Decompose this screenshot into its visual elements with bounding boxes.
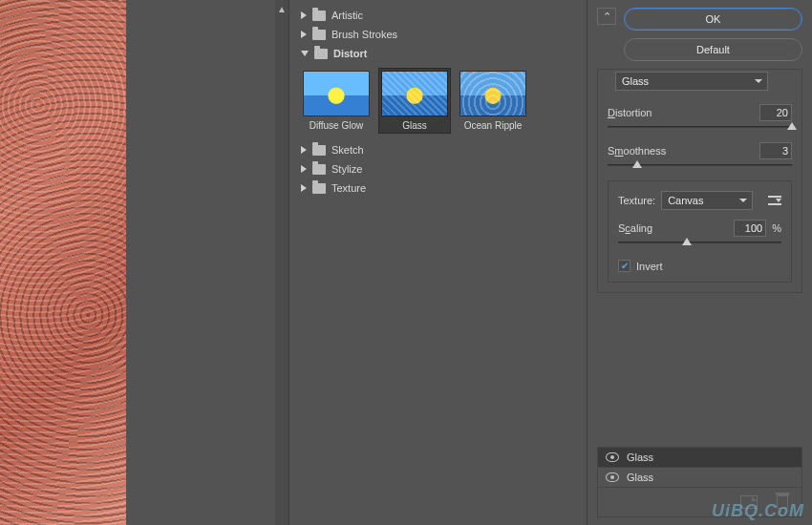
collapse-icon: ⌃ <box>603 10 611 23</box>
scaling-input[interactable] <box>734 220 766 237</box>
thumb-image <box>381 71 448 116</box>
distortion-slider[interactable] <box>608 123 792 135</box>
invert-label: InvertInvert <box>636 261 663 272</box>
folder-icon <box>312 183 326 194</box>
thumb-diffuse-glow[interactable]: Diffuse Glow <box>301 69 372 133</box>
disclosure-closed-icon <box>301 146 307 154</box>
disclosure-closed-icon <box>301 184 307 192</box>
folder-icon <box>312 30 326 40</box>
layer-row[interactable]: Glass <box>598 448 801 468</box>
texture-select[interactable]: Canvas <box>661 191 753 210</box>
category-label: Sketch <box>331 144 364 156</box>
preview-scrollbar[interactable] <box>275 0 288 525</box>
preview-image <box>0 0 126 525</box>
scaling-slider[interactable] <box>618 239 781 250</box>
ok-button[interactable]: OK <box>624 8 802 31</box>
category-label: Brush Strokes <box>331 29 397 40</box>
ok-label: OK <box>706 13 721 25</box>
scroll-up-icon[interactable]: ▲ <box>277 4 287 14</box>
new-layer-icon[interactable] <box>740 495 758 509</box>
category-label: Distort <box>333 48 367 59</box>
folder-icon <box>312 145 326 156</box>
category-stylize[interactable]: Stylize <box>295 159 583 178</box>
category-label: Artistic <box>331 10 363 21</box>
thumb-image <box>303 71 370 116</box>
smoothness-label: SmoothnessSmoothness <box>608 145 666 157</box>
category-distort[interactable]: Distort <box>295 44 583 63</box>
slider-thumb-icon[interactable] <box>632 160 642 168</box>
default-button[interactable]: Default <box>624 38 802 61</box>
invert-checkbox[interactable]: ✔ InvertInvert <box>618 260 781 272</box>
category-sketch[interactable]: Sketch <box>295 140 583 159</box>
texture-group: Texture:Texture: Canvas ScalingScaling <box>608 180 792 283</box>
disclosure-closed-icon <box>301 165 307 173</box>
filter-params-group: Glass DDistortionistortion SmoothnessSmo… <box>597 69 802 293</box>
slider-track <box>618 242 781 243</box>
thumb-ocean-ripple[interactable]: Ocean Ripple <box>458 69 528 133</box>
checkbox-icon: ✔ <box>618 260 630 272</box>
preview-spacer: ▲ <box>126 0 288 525</box>
thumb-label: Glass <box>402 120 427 131</box>
distortion-label: DDistortionistortion <box>608 107 652 118</box>
scaling-unit: % <box>772 222 781 234</box>
controls-panel: ⌃ OK Default Glass DDistortionistortion <box>587 0 812 525</box>
slider-thumb-icon[interactable] <box>682 238 692 245</box>
layer-row[interactable]: Glass <box>598 468 801 488</box>
folder-icon <box>314 49 328 59</box>
folder-icon <box>312 10 326 21</box>
category-brush-strokes[interactable]: Brush Strokes <box>295 25 583 44</box>
visibility-eye-icon[interactable] <box>606 452 619 462</box>
thumb-glass[interactable]: Glass <box>379 69 450 133</box>
filter-select[interactable]: Glass <box>615 72 768 91</box>
thumb-label: Ocean Ripple <box>464 120 523 131</box>
disclosure-closed-icon <box>301 11 307 19</box>
visibility-eye-icon[interactable] <box>606 472 619 482</box>
disclosure-open-icon <box>301 51 309 56</box>
smoothness-slider[interactable] <box>608 161 792 173</box>
texture-label: Texture:Texture: <box>618 195 655 206</box>
category-label: Texture <box>331 182 366 194</box>
category-texture[interactable]: Texture <box>295 178 583 198</box>
slider-track <box>608 126 792 128</box>
trash-icon[interactable] <box>777 495 788 509</box>
distort-thumbs: Diffuse Glow Glass Ocean Ripple <box>295 63 583 140</box>
texture-menu-icon[interactable] <box>768 196 781 205</box>
effect-layers: Glass Glass <box>597 447 802 517</box>
preview-pane[interactable] <box>0 0 126 525</box>
thumb-image <box>459 71 526 116</box>
scaling-label: ScalingScaling <box>618 222 652 234</box>
layer-name: Glass <box>627 452 653 463</box>
category-artistic[interactable]: Artistic <box>295 6 583 25</box>
filter-gallery: Artistic Brush Strokes Distort Diffuse G… <box>288 0 587 525</box>
smoothness-input[interactable] <box>759 142 792 159</box>
distortion-input[interactable] <box>759 104 792 121</box>
default-label: Default <box>696 44 730 55</box>
folder-icon <box>312 164 326 175</box>
layer-name: Glass <box>627 472 653 483</box>
category-label: Stylize <box>331 163 362 175</box>
collapse-button[interactable]: ⌃ <box>597 8 616 25</box>
thumb-label: Diffuse Glow <box>310 120 364 131</box>
slider-thumb-icon[interactable] <box>787 122 797 130</box>
filter-select-wrap: Glass <box>615 72 768 91</box>
disclosure-closed-icon <box>301 31 307 38</box>
